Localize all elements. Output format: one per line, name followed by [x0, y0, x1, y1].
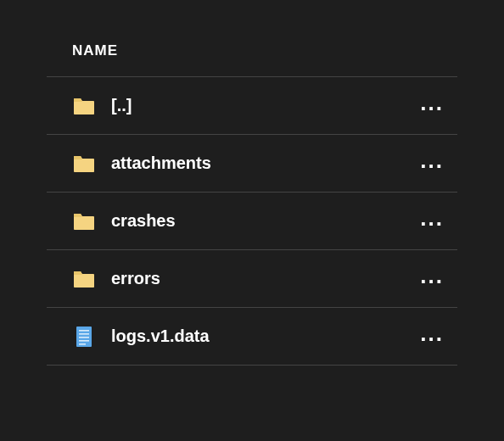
folder-icon [73, 154, 95, 173]
item-name: crashes [111, 211, 413, 231]
folder-icon [73, 212, 95, 231]
folder-icon-wrap [72, 152, 96, 176]
item-name: logs.v1.data [111, 327, 413, 346]
item-name: attachments [111, 154, 413, 173]
folder-icon-wrap [72, 94, 96, 118]
svg-rect-5 [79, 343, 86, 345]
svg-rect-1 [79, 330, 89, 332]
item-name: [..] [111, 96, 413, 115]
column-header-name: NAME [72, 42, 118, 59]
svg-rect-4 [79, 340, 89, 342]
folder-icon [73, 270, 95, 288]
more-actions-icon[interactable]: ... [413, 149, 451, 178]
folder-icon [73, 97, 95, 115]
list-item[interactable]: logs.v1.data... [47, 308, 457, 366]
folder-icon-wrap [72, 209, 96, 233]
file-icon [76, 326, 92, 348]
file-list: [..]... attachments... crashes... errors… [47, 77, 457, 366]
list-item[interactable]: attachments... [47, 135, 457, 193]
svg-rect-3 [79, 337, 89, 338]
list-item[interactable]: crashes... [47, 193, 457, 250]
more-actions-icon[interactable]: ... [413, 322, 451, 351]
file-icon-wrap [72, 325, 96, 349]
list-item[interactable]: errors... [47, 250, 457, 308]
item-name: errors [111, 269, 413, 288]
more-actions-icon[interactable]: ... [413, 92, 451, 120]
table-header: NAME [47, 42, 457, 77]
more-actions-icon[interactable]: ... [413, 265, 451, 293]
list-item[interactable]: [..]... [47, 77, 457, 135]
svg-rect-2 [79, 333, 89, 335]
more-actions-icon[interactable]: ... [413, 207, 451, 236]
folder-icon-wrap [72, 267, 96, 291]
